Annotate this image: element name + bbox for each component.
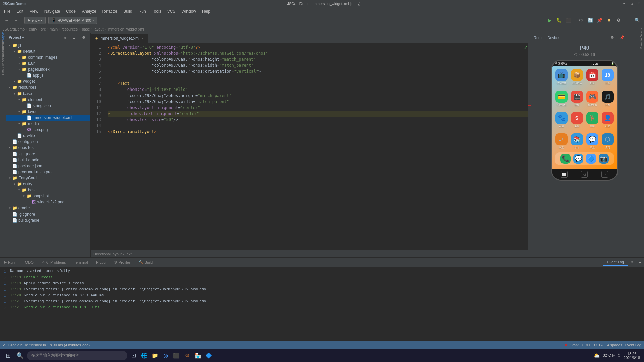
tree-item-11[interactable]: ▾📁layout bbox=[6, 109, 90, 115]
tree-item-7[interactable]: ▾📁resources bbox=[6, 84, 90, 90]
app-cell-6[interactable]: 🎬 视频 bbox=[570, 90, 584, 107]
breadcrumb-jscardemo[interactable]: JSCardDemo bbox=[3, 27, 25, 31]
taskbar-search-button[interactable]: 🔍 bbox=[15, 350, 25, 361]
taskbar-app2-icon[interactable]: 🔷 bbox=[204, 351, 213, 360]
app-cell-16[interactable]: ⬡ 应用 bbox=[601, 133, 614, 149]
app-cell-10[interactable]: S 新浪 bbox=[570, 112, 584, 128]
stop-button[interactable]: ⬛ bbox=[565, 16, 573, 24]
highlight-button[interactable]: ■ bbox=[605, 16, 613, 24]
taskbar-weather-icon[interactable]: ⛅ bbox=[592, 351, 601, 360]
bottom-close-button[interactable]: − bbox=[636, 258, 644, 266]
menu-item-refactor[interactable]: Refactor bbox=[100, 8, 120, 14]
tree-item-27[interactable]: ▾📁gradle bbox=[6, 205, 90, 211]
bottom-tab-terminal[interactable]: Terminal bbox=[70, 259, 92, 266]
menu-item-edit[interactable]: Edit bbox=[14, 8, 26, 14]
bottom-settings-button[interactable]: ⚙ bbox=[628, 258, 636, 266]
toolbar-back-button[interactable]: ← bbox=[3, 16, 11, 24]
app-cell-4[interactable]: 18 日期 bbox=[601, 69, 614, 85]
remote-settings-button[interactable]: ⚙ bbox=[608, 34, 616, 42]
app-cell-2[interactable]: 📦 应用市场 bbox=[570, 69, 584, 85]
bottom-tab-hilog[interactable]: HiLog bbox=[92, 259, 110, 266]
minimize-button[interactable]: − bbox=[622, 1, 627, 6]
breadcrumb-main[interactable]: main bbox=[50, 27, 58, 31]
search-toolbar-button[interactable]: 🔍 bbox=[633, 16, 641, 24]
tree-item-20[interactable]: 📄package.json bbox=[6, 163, 90, 169]
ohobuild-icon[interactable]: OhoBuild Variants bbox=[0, 60, 6, 66]
menu-item-tools[interactable]: Tools bbox=[149, 8, 164, 14]
app-cell-11[interactable]: 🦌 淘特 bbox=[586, 112, 599, 128]
menu-item-view[interactable]: View bbox=[27, 8, 41, 14]
tree-item-15[interactable]: 📄rawfile bbox=[6, 133, 90, 139]
tree-item-26[interactable]: 🖼widget-2x2.png bbox=[6, 199, 90, 205]
tree-item-0[interactable]: ▾📁js bbox=[6, 42, 90, 48]
tree-item-23[interactable]: ▾📁entry bbox=[6, 181, 90, 187]
taskbar-store-icon[interactable]: 🏪 bbox=[193, 351, 203, 360]
taskbar-browser-icon[interactable]: 🌐 bbox=[140, 351, 149, 360]
app-cell-8[interactable]: 🎵 抖音 bbox=[601, 90, 614, 107]
bottom-tab-profiler[interactable]: ⏱ Profiler bbox=[110, 259, 135, 266]
device-selector[interactable]: 📱 HUAWEI ANA-AN00 ▾ bbox=[48, 17, 97, 24]
tree-item-25[interactable]: ▾📁snapshot bbox=[6, 193, 90, 199]
tab-close-button[interactable]: × bbox=[142, 37, 144, 40]
app-cell-1[interactable]: 📺 华为视频 bbox=[555, 69, 568, 85]
tree-item-22[interactable]: ▾📁EntryCard bbox=[6, 175, 90, 181]
tree-item-4[interactable]: ▾📁pages.index bbox=[6, 66, 90, 72]
bottom-tab-build[interactable]: 🔨 Build bbox=[135, 259, 157, 266]
tree-item-6[interactable]: ▾📁widget bbox=[6, 78, 90, 84]
tree-item-9[interactable]: ▾📁element bbox=[6, 97, 90, 103]
settings2-button[interactable]: ⚙ bbox=[614, 16, 623, 24]
breadcrumb-layout[interactable]: layout bbox=[94, 27, 103, 31]
dock-cell-2[interactable]: 💬 bbox=[573, 154, 583, 164]
breadcrumb-resources[interactable]: resources bbox=[62, 27, 78, 31]
code-editor[interactable]: 123456789101112131415 <?xml version="1.0… bbox=[91, 43, 531, 250]
taskbar-start-button[interactable]: ⊞ bbox=[3, 350, 13, 361]
app-cell-7[interactable]: 🎮 游戏中心 bbox=[586, 90, 599, 107]
tree-item-18[interactable]: 📄.gitignore bbox=[6, 151, 90, 157]
taskbar-terminal-icon[interactable]: ⬛ bbox=[172, 351, 181, 360]
add-button[interactable]: + bbox=[624, 16, 632, 24]
taskbar-files-icon[interactable]: 📁 bbox=[150, 351, 160, 360]
phone-square-button[interactable]: ⬜ bbox=[561, 171, 568, 178]
taskbar-multiview-button[interactable]: ⊡ bbox=[129, 351, 138, 360]
sidebar-collapse-button[interactable]: ≡ bbox=[70, 34, 78, 42]
tree-item-29[interactable]: 📄build.gradle bbox=[6, 217, 90, 223]
tree-item-5[interactable]: 📄app.js bbox=[6, 72, 90, 78]
menu-item-help[interactable]: Help bbox=[199, 8, 213, 14]
tree-item-12[interactable]: 📄immersion_widget.xml bbox=[6, 115, 90, 121]
menu-item-window[interactable]: Window bbox=[179, 8, 199, 14]
remote-device-side-icon[interactable]: Remote Device bbox=[639, 36, 644, 41]
breadcrumb-base[interactable]: base bbox=[82, 27, 90, 31]
app-cell-13[interactable]: 🛍 淘宝 bbox=[555, 133, 568, 149]
maximize-button[interactable]: □ bbox=[629, 1, 634, 6]
menu-item-navigate[interactable]: Navigate bbox=[42, 8, 63, 14]
menu-item-file[interactable]: File bbox=[1, 8, 13, 14]
project-view-icon[interactable]: Project bbox=[0, 34, 6, 40]
app-cell-15[interactable]: 💬 消息 bbox=[586, 133, 599, 149]
tree-item-1[interactable]: ▾📁default bbox=[6, 48, 90, 54]
app-cell-9[interactable]: 🐾 百度 bbox=[555, 112, 568, 128]
app-cell-12[interactable]: 👤 社交 bbox=[601, 112, 614, 128]
sidebar-settings-button[interactable]: ⚙ bbox=[79, 34, 88, 42]
menu-item-code[interactable]: Code bbox=[63, 8, 78, 14]
tree-item-16[interactable]: 📄config.json bbox=[6, 139, 90, 145]
taskbar-chrome-icon[interactable]: ◎ bbox=[161, 351, 170, 360]
close-button[interactable]: × bbox=[637, 1, 641, 6]
menu-item-build[interactable]: Build bbox=[121, 8, 135, 14]
sidebar-locate-button[interactable]: ⌾ bbox=[61, 34, 69, 42]
remote-pin-button[interactable]: 📌 bbox=[618, 34, 626, 42]
toolbar-forward-button[interactable]: → bbox=[12, 16, 20, 24]
taskbar-search-input[interactable]: 在这里输入您要搜索的内容 bbox=[27, 351, 127, 360]
tree-item-24[interactable]: ▾📁base bbox=[6, 187, 90, 193]
dock-cell-3[interactable]: 🔷 bbox=[586, 154, 596, 164]
phone-home-button[interactable]: ○ bbox=[601, 171, 608, 178]
debug-button[interactable]: 🐛 bbox=[555, 16, 563, 24]
menu-item-run[interactable]: Run bbox=[136, 8, 149, 14]
phone-back-button[interactable]: ◁ bbox=[581, 171, 588, 178]
menu-item-vcs[interactable]: VCS bbox=[165, 8, 178, 14]
breadcrumb-entry[interactable]: entry bbox=[29, 27, 37, 31]
bottom-tab-todo[interactable]: TODO bbox=[19, 259, 38, 266]
tree-item-19[interactable]: 📄build.gradle bbox=[6, 157, 90, 163]
run-button[interactable]: ▶ bbox=[546, 16, 554, 24]
editor-tab-xml[interactable]: ◈ immersion_widget.xml × bbox=[91, 34, 148, 43]
dock-cell-4[interactable]: 📷 bbox=[599, 154, 609, 164]
